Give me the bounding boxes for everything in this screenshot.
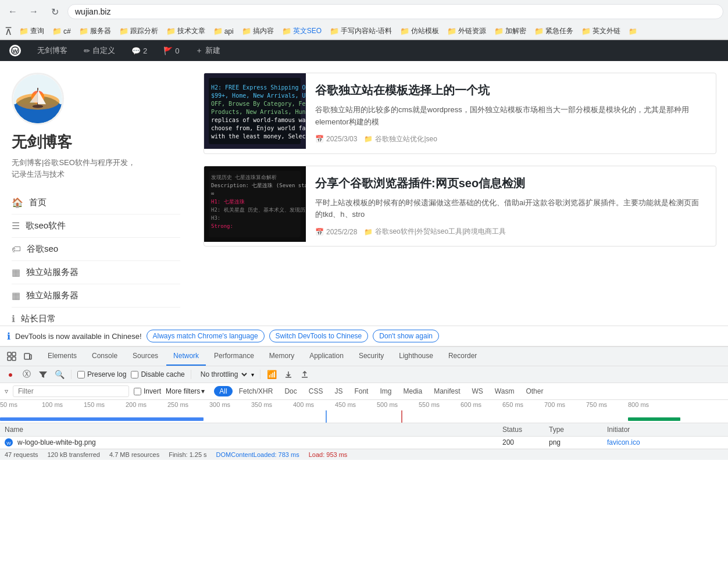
post-meta-2: 📅 2025/2/28 📁 谷歌seo软件|外贸站seo工具|跨境电商工具 (315, 227, 706, 237)
bookmark-tracking[interactable]: 📁 跟踪分析 (116, 24, 162, 38)
preserve-log-input[interactable] (77, 371, 85, 378)
device-toolbar-btn[interactable] (21, 349, 35, 363)
bookmark-label: 查询 (30, 26, 44, 36)
nav-google-seo[interactable]: 🏷 谷歌seo (12, 238, 180, 261)
post-category-2: 📁 谷歌seo软件|外贸站seo工具|跨境电商工具 (364, 227, 506, 237)
col-header-status[interactable]: Status (502, 426, 549, 434)
bookmark-encrypt[interactable]: 📁 加解密 (491, 24, 530, 38)
filter-ws[interactable]: WS (467, 386, 488, 396)
bookmark-csharp[interactable]: 📁 c# (49, 25, 74, 37)
dont-show-btn[interactable]: Don't show again (373, 330, 439, 342)
bookmark-more[interactable]: 📁 (625, 26, 641, 37)
wp-customize[interactable]: ✏ 自定义 (80, 40, 119, 61)
tab-security[interactable]: Security (352, 347, 391, 366)
tab-sources[interactable]: Sources (126, 347, 165, 366)
filter-font[interactable]: Font (349, 386, 373, 396)
bookmark-seo[interactable]: 📁 英文SEO (279, 24, 325, 38)
disable-cache-checkbox[interactable]: Disable cache (131, 370, 184, 378)
address-bar[interactable]: wujian.biz (67, 4, 723, 19)
reload-button[interactable]: ↻ (47, 3, 63, 20)
nav-seo-software[interactable]: ☰ 歌seo软件 (12, 215, 180, 238)
tab-console[interactable]: Console (85, 347, 124, 366)
row-initiator[interactable]: favicon.ico (607, 438, 723, 446)
tab-performance[interactable]: Performance (207, 347, 261, 366)
tab-lighthouse[interactable]: Lighthouse (392, 347, 440, 366)
export-har-btn[interactable] (283, 369, 294, 380)
back-button[interactable]: ← (5, 3, 21, 20)
match-language-btn[interactable]: Always match Chrome's language (147, 330, 265, 342)
filter-wasm[interactable]: Wasm (490, 386, 520, 396)
bookmark-links[interactable]: 📁 外链资源 (444, 24, 490, 38)
nav-home[interactable]: 🏠 首页 (12, 191, 180, 215)
import-har-btn[interactable] (299, 369, 311, 380)
filter-doc[interactable]: Doc (279, 386, 302, 396)
tick-650ms: 650 ms (502, 401, 523, 408)
bookmark-handwritten[interactable]: 📁 手写内容站-语料 (326, 24, 395, 38)
bookmark-server[interactable]: 📁 服务器 (76, 24, 115, 38)
search-btn[interactable]: 🔍 (53, 369, 65, 380)
tag-icon: 🏷 (12, 244, 21, 255)
invert-checkbox[interactable]: Invert (134, 387, 161, 395)
more-filters-btn[interactable]: More filters ▾ (166, 387, 205, 395)
post-info-1: 谷歌独立站在模板选择上的一个坑 谷歌独立站用的比较多的cms就是wordpres… (306, 73, 716, 153)
bookmark-tech[interactable]: 📁 技术文章 (163, 24, 209, 38)
nav-server1[interactable]: ▦ 独立站服务器 (12, 261, 180, 284)
tab-recorder[interactable]: Recorder (441, 347, 484, 366)
calendar-icon-2: 📅 (315, 228, 324, 236)
post-title-1[interactable]: 谷歌独立站在模板选择上的一个坑 (315, 83, 706, 98)
wifi-icon: 📶 (267, 370, 277, 379)
bookmark-urgent[interactable]: 📁 紧急任务 (531, 24, 577, 38)
post-title-2[interactable]: 分享个谷歌浏览器插件:网页seo信息检测 (315, 176, 706, 191)
bookmark-external[interactable]: 📁 英文外链 (578, 24, 624, 38)
bookmark-label: 外链资源 (458, 26, 486, 36)
filter-img[interactable]: Img (374, 386, 397, 396)
wifi-icon-btn[interactable]: 📶 (266, 369, 278, 380)
filter-all[interactable]: All (214, 386, 232, 396)
bookmark-template[interactable]: 📁 仿站模板 (397, 24, 442, 38)
apps-icon[interactable]: ⊼ (5, 25, 12, 38)
record-btn[interactable]: ● (5, 369, 16, 380)
tab-application[interactable]: Application (302, 347, 351, 366)
tab-elements[interactable]: Elements (41, 347, 84, 366)
wp-flags[interactable]: 🚩 0 (160, 40, 183, 61)
row-name: W w-logo-blue-white-bg.png (5, 438, 502, 446)
browser-toolbar: ← → ↻ wujian.biz (0, 0, 728, 23)
forward-button[interactable]: → (26, 3, 42, 20)
clear-btn[interactable]: Ⓧ (21, 369, 33, 380)
tab-network[interactable]: Network (166, 347, 206, 366)
col-header-type[interactable]: Type (549, 426, 607, 434)
filter-media[interactable]: Media (398, 386, 427, 396)
filter-other[interactable]: Other (520, 386, 548, 396)
table-row[interactable]: W w-logo-blue-white-bg.png 200 png favic… (0, 437, 728, 449)
bookmark-content[interactable]: 📁 搞内容 (238, 24, 277, 38)
menu-icon: ☰ (12, 220, 20, 231)
tab-memory[interactable]: Memory (262, 347, 301, 366)
folder-icon: 📁 (79, 27, 88, 35)
filter-manifest[interactable]: Manifest (429, 386, 465, 396)
bookmark-api[interactable]: 📁 api (210, 25, 237, 37)
wp-logo-item[interactable]: W (6, 40, 24, 61)
switch-language-btn[interactable]: Switch DevTools to Chinese (269, 330, 369, 342)
disable-cache-input[interactable] (131, 371, 138, 378)
wp-admin-bar: W 无剑博客 ✏ 自定义 💬 2 🚩 0 ＋ 新建 (0, 40, 728, 61)
inspect-element-btn[interactable] (5, 349, 19, 363)
filter-toggle-btn[interactable] (37, 369, 49, 380)
wp-new[interactable]: ＋ 新建 (192, 40, 224, 61)
svg-text:$99+, Home, New Arrivals, Up T: $99+, Home, New Arrivals, Up To 40% (211, 92, 306, 99)
filter-input[interactable] (13, 385, 129, 397)
preserve-log-checkbox[interactable]: Preserve log (77, 370, 126, 378)
filter-fetch-xhr[interactable]: Fetch/XHR (234, 386, 279, 396)
col-header-name[interactable]: Name (5, 426, 502, 434)
bookmark-query[interactable]: 📁 查询 (16, 24, 48, 38)
wp-comments[interactable]: 💬 2 (128, 40, 151, 61)
nav-server2[interactable]: ▦ 独立站服务器 (12, 284, 180, 308)
wp-site-name[interactable]: 无剑博客 (34, 40, 71, 61)
filter-js[interactable]: JS (329, 386, 348, 396)
filter-css[interactable]: CSS (304, 386, 329, 396)
nav-daily[interactable]: ℹ 站长日常 (12, 308, 180, 326)
post-info-2: 分享个谷歌浏览器插件:网页seo信息检测 平时上站改模板的时候有的时候遗漏做这些… (306, 166, 716, 246)
invert-input[interactable] (134, 388, 141, 395)
col-header-initiator[interactable]: Initiator (607, 426, 723, 434)
filter-funnel-icon: ▿ (5, 387, 8, 395)
throttle-select[interactable]: No throttling Fast 3G Slow 3G (197, 369, 249, 380)
